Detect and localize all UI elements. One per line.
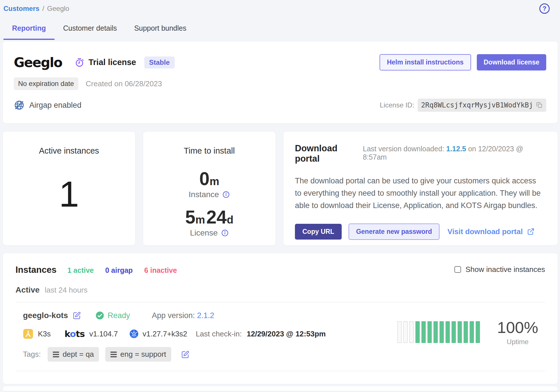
time-to-install-card: Time to install 0m Instance 5m 24d Licen… [143, 132, 275, 245]
uptime-bar [415, 321, 420, 343]
breadcrumb-current: Geeglo [47, 5, 69, 13]
uptime-bar [427, 321, 432, 343]
tab-reporting[interactable]: Reporting [3, 24, 55, 40]
next-card-edge [3, 386, 558, 391]
divider-bottom [15, 371, 545, 371]
show-inactive-checkbox[interactable] [454, 266, 461, 273]
license-info-icon[interactable] [221, 229, 229, 237]
help-icon[interactable]: ? [539, 3, 550, 14]
channel-badge: Stable [144, 56, 175, 68]
distribution-label: K3s [38, 330, 51, 338]
uptime-percent: 100% [497, 318, 538, 337]
kots-ts: ts [76, 329, 85, 339]
external-link-icon [527, 228, 535, 236]
uptime-bar [476, 321, 480, 343]
kots-logo: kots [65, 329, 85, 339]
download-portal-card: Download portal Last version downloaded:… [283, 132, 558, 245]
active-count[interactable]: 1 active [67, 266, 94, 275]
kots-k: k [65, 329, 70, 339]
app-version-link[interactable]: 2.1.2 [197, 311, 214, 320]
active-instances-count: 1 [59, 173, 79, 215]
tag-bars-icon [53, 352, 59, 357]
breadcrumb-customers-link[interactable]: Customers [3, 5, 39, 13]
active-instances-card: Active instances 1 [3, 132, 135, 245]
license-id-label: License ID: [380, 101, 414, 109]
tab-support-bundles[interactable]: Support bundles [126, 24, 195, 40]
last-checkin-value: 12/29/2023 @ 12:53pm [247, 330, 326, 338]
active-section-sublabel: last 24 hours [45, 286, 88, 295]
ready-check-icon [96, 311, 104, 320]
download-portal-title: Download portal [295, 143, 363, 164]
uptime-block: 100% Uptime [397, 318, 545, 346]
uptime-bar [452, 321, 456, 343]
tag-label: dept = qa [63, 350, 94, 359]
license-id-value[interactable]: 2Rq8WLcsjfxqrMysjvB1WodYkBj [418, 99, 546, 112]
copy-url-button[interactable]: Copy URL [295, 224, 342, 240]
license-time-unit-1: m [195, 214, 205, 226]
license-type-label: Trial license [88, 58, 136, 67]
last-version-link[interactable]: 1.12.5 [446, 145, 466, 153]
kots-version: v1.104.7 [89, 330, 118, 338]
customer-header-card: Geeglo Trial license Stable Helm install… [3, 42, 558, 123]
kubernetes-icon [129, 329, 139, 338]
copy-icon[interactable] [536, 102, 543, 109]
airgap-status: Airgap enabled [14, 100, 81, 111]
uptime-bar [433, 321, 438, 343]
airgap-count[interactable]: 0 airgap [105, 266, 133, 275]
uptime-bar [403, 321, 408, 343]
license-install-time: 5m 24d [185, 207, 233, 228]
uptime-bar [440, 321, 444, 343]
tag-pill: eng = support [105, 347, 171, 362]
expiration-badge: No expiration date [14, 77, 78, 90]
active-section-label: Active [15, 285, 40, 295]
uptime-bar [470, 321, 474, 343]
uptime-label: Uptime [497, 338, 538, 346]
helm-install-instructions-button[interactable]: Helm install instructions [380, 54, 471, 70]
tab-bar: Reporting Customer details Support bundl… [3, 24, 558, 40]
uptime-bar [397, 321, 402, 343]
edit-instance-name-icon[interactable] [73, 311, 81, 320]
customer-name: Geeglo [14, 55, 62, 70]
instance-install-time: 0m [199, 168, 219, 189]
instance-time-unit: m [209, 175, 219, 187]
license-id-text: 2Rq8WLcsjfxqrMysjvB1WodYkBj [421, 101, 533, 109]
download-license-button[interactable]: Download license [477, 54, 546, 70]
instances-title: Instances [15, 265, 57, 275]
active-instances-title: Active instances [39, 146, 99, 156]
airgap-globe-icon [14, 100, 25, 111]
tags-label: Tags: [23, 350, 41, 359]
time-to-install-title: Time to install [184, 146, 235, 156]
instance-time-value: 0 [199, 168, 210, 189]
k8s-version: v1.27.7+k3s2 [143, 330, 187, 338]
last-checkin-label: Last check-in: [196, 330, 242, 338]
uptime-bar [464, 321, 468, 343]
generate-new-password-button[interactable]: Generate new password [349, 224, 440, 240]
uptime-bars [397, 321, 480, 343]
uptime-bar [421, 321, 426, 343]
kots-o: o [70, 329, 76, 339]
show-inactive-label: Show inactive instances [466, 265, 545, 274]
show-inactive-toggle[interactable]: Show inactive instances [454, 265, 545, 274]
app-version-label: App version: [152, 311, 195, 320]
instance-status: Ready [96, 311, 130, 320]
instance-row: geeglo-kots [15, 302, 545, 362]
license-time-value-2: 24 [206, 207, 227, 228]
tag-bars-icon [110, 352, 117, 357]
tab-customer-details[interactable]: Customer details [55, 24, 126, 40]
license-time-unit-2: d [227, 214, 233, 226]
license-time-label: License [190, 228, 218, 238]
instance-time-label: Instance [189, 190, 219, 199]
license-type: Trial license [75, 58, 136, 67]
inactive-count[interactable]: 6 inactive [144, 266, 177, 275]
k3s-icon [23, 329, 33, 339]
trial-timer-icon [75, 58, 84, 67]
edit-tags-icon[interactable] [181, 350, 190, 359]
help-glyph: ? [542, 5, 546, 12]
instance-name: geeglo-kots [23, 311, 68, 320]
uptime-bar [446, 321, 450, 343]
breadcrumb: Customers / Geeglo [3, 5, 558, 13]
instances-card: Instances 1 active 0 airgap 6 inactive S… [3, 253, 558, 384]
visit-download-portal-link[interactable]: Visit download portal [448, 227, 535, 236]
last-version-label: Last version downloaded: [363, 145, 444, 153]
instance-info-icon[interactable] [222, 191, 230, 198]
